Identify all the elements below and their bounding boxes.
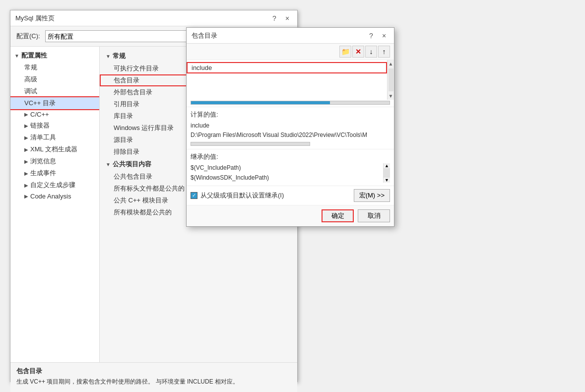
dialog-list: include [187, 60, 387, 100]
section-public-label: 公共项目内容 [113, 160, 151, 169]
tree-root: ▼ 配置属性 [10, 50, 99, 62]
computed-value-2: D:\Program Files\Microsoft Visual Studio… [191, 131, 390, 140]
inherited-value-1: $(VC_IncludePath) [191, 163, 383, 173]
item-label: 可执行文件目录 [114, 65, 159, 72]
customstep-arrow: ▶ [24, 183, 28, 188]
close-button[interactable]: × [282, 14, 292, 22]
buildevents-arrow: ▶ [24, 171, 28, 176]
item-label: 排除目录 [114, 148, 139, 155]
dialog-help-button[interactable]: ? [366, 32, 376, 40]
inherit-label: 从父级或项目默认设置继承(I) [200, 191, 284, 200]
tree-item-label: 调试 [24, 87, 37, 96]
inherited-scrollbar: ▲ ▼ [383, 163, 390, 182]
tree-item-label: 高级 [24, 75, 37, 84]
info-bar: 包含目录 生成 VC++ 项目期间，搜索包含文件时使用的路径。 与环境变量 IN… [10, 362, 297, 392]
title-bar: MySql 属性页 ? × [10, 10, 297, 26]
computed-value-1: include [191, 121, 390, 131]
include-dialog: 包含目录 ? × 📁 ✕ ↓ ↑ include ▲ ▼ [186, 27, 394, 227]
item-label: 源目录 [114, 136, 133, 143]
dialog-ok-button[interactable]: 确定 [322, 209, 354, 222]
dialog-title: 包含目录 [192, 31, 217, 40]
folder-icon: 📁 [341, 48, 350, 56]
cpp-arrow: ▶ [24, 112, 28, 117]
item-label: 包含目录 [114, 76, 139, 84]
inherited-label: 继承的值: [191, 152, 390, 161]
macro-button[interactable]: 宏(M) >> [354, 189, 390, 202]
up-arrow-icon: ↑ [383, 48, 386, 56]
public-section-arrow: ▼ [106, 162, 111, 167]
codeanalysis-arrow: ▶ [24, 194, 28, 199]
down-arrow-icon: ↓ [370, 48, 373, 56]
inherited-section: 继承的值: $(VC_IncludePath) $(WindowsSDK_Inc… [187, 149, 394, 185]
item-label: 公共包含目录 [114, 173, 152, 180]
delete-icon: ✕ [355, 48, 361, 56]
section-general-label: 常规 [113, 52, 126, 61]
tree-item-debug[interactable]: 调试 [10, 85, 99, 97]
computed-values-section: 计算的值: include D:\Program Files\Microsoft… [187, 107, 394, 149]
delete-button[interactable]: ✕ [352, 46, 364, 58]
dialog-toolbar: 📁 ✕ ↓ ↑ [187, 44, 394, 60]
root-arrow: ▼ [14, 53, 19, 59]
tree-item-label: XML 文档生成器 [30, 145, 77, 154]
general-section-arrow: ▼ [106, 54, 111, 59]
list-item-value: include [192, 64, 212, 71]
tree-item-browse[interactable]: ▶ 浏览信息 [10, 155, 99, 167]
left-panel: ▼ 配置属性 常规 高级 调试 VC++ 目录 ▶ C/C++ ▶ 链接器 [10, 47, 100, 362]
tree-item-linker[interactable]: ▶ 链接器 [10, 120, 99, 131]
move-up-button[interactable]: ↑ [378, 46, 390, 58]
tree-item-label: C/C++ [30, 111, 49, 118]
tree-item-label: Code Analysis [30, 193, 71, 200]
tree-item-label: VC++ 目录 [24, 99, 56, 108]
item-label: 引用目录 [114, 100, 139, 108]
list-item-include[interactable]: include [187, 62, 387, 73]
computed-scrollbar [191, 142, 310, 146]
tree-item-label: 清单工具 [30, 133, 56, 142]
scrollbar-down[interactable]: ▼ [388, 92, 394, 100]
scrollbar-up[interactable]: ▲ [388, 60, 394, 67]
linker-arrow: ▶ [24, 123, 28, 129]
title-controls: ? × [269, 14, 292, 22]
dialog-list-area: include ▲ ▼ [187, 60, 394, 100]
computed-label: 计算的值: [191, 110, 390, 119]
dialog-title-controls: ? × [366, 32, 389, 40]
tree-item-cpp[interactable]: ▶ C/C++ [10, 109, 99, 120]
config-label: 配置(C): [16, 32, 40, 41]
inherit-checkbox[interactable]: ✓ [191, 192, 197, 199]
move-down-button[interactable]: ↓ [365, 46, 377, 58]
item-label: 所有标头文件都是公共的 [114, 185, 185, 192]
dialog-cancel-button[interactable]: 取消 [358, 209, 390, 222]
inherited-scroll-down[interactable]: ▼ [384, 178, 390, 183]
computed-values: include D:\Program Files\Microsoft Visua… [191, 121, 390, 140]
browse-arrow: ▶ [24, 159, 28, 164]
tree-item-label: 生成事件 [30, 169, 56, 178]
xmldoc-arrow: ▶ [24, 147, 28, 152]
tree-item-buildevents[interactable]: ▶ 生成事件 [10, 167, 99, 179]
item-label: 库目录 [114, 112, 133, 120]
scrollbar-track[interactable] [389, 68, 393, 91]
inherited-scroll-up[interactable]: ▲ [384, 163, 390, 168]
item-label: Windows 运行库目录 [114, 124, 174, 131]
tree-item-label: 浏览信息 [30, 157, 56, 166]
folder-button[interactable]: 📁 [339, 46, 351, 58]
tree-item-vcpp[interactable]: VC++ 目录 [10, 97, 99, 109]
window-title: MySql 属性页 [15, 14, 55, 23]
info-text: 生成 VC++ 项目期间，搜索包含文件时使用的路径。 与环境变量 INCLUDE… [16, 378, 291, 386]
tree-item-codeanalysis[interactable]: ▶ Code Analysis [10, 191, 99, 201]
tree-item-xmldoc[interactable]: ▶ XML 文档生成器 [10, 143, 99, 155]
dialog-progress-bar [191, 101, 390, 105]
inherit-left: ✓ 从父级或项目默认设置继承(I) [191, 191, 284, 200]
tree-item-label: 自定义生成步骤 [30, 181, 75, 190]
tree-item-customstep[interactable]: ▶ 自定义生成步骤 [10, 179, 99, 191]
inherited-scroll-track[interactable] [384, 168, 390, 177]
item-label: 外部包含目录 [114, 88, 152, 96]
info-title: 包含目录 [16, 367, 291, 376]
help-button[interactable]: ? [269, 14, 279, 22]
dialog-progress-fill [191, 101, 330, 104]
dialog-list-scrollbar: ▲ ▼ [387, 60, 394, 100]
tree-item-advanced[interactable]: 高级 [10, 73, 99, 85]
tree-item-general[interactable]: 常规 [10, 62, 99, 73]
inherited-values: $(VC_IncludePath) $(WindowsSDK_IncludePa… [191, 163, 383, 182]
item-label: 所有模块都是公共的 [114, 208, 172, 216]
dialog-close-button[interactable]: × [379, 32, 389, 40]
tree-item-manifest[interactable]: ▶ 清单工具 [10, 131, 99, 143]
